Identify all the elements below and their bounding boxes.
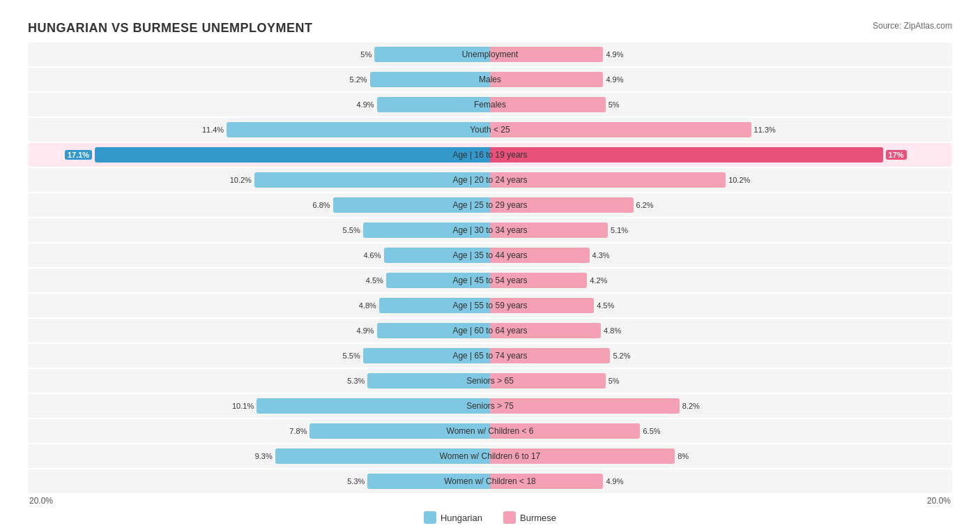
bar-blue: 10.1% [257,398,490,414]
value-left: 5.2% [350,75,367,84]
bar-right-area: 5.1% [490,218,952,242]
bar-row: 4.9% Females 5% [28,93,952,116]
value-left: 10.2% [230,176,252,184]
bar-row: 6.8% Age | 25 to 29 years 6.2% [28,193,952,217]
value-left: 4.6% [363,251,381,259]
bar-blue: 5.3% [367,373,490,389]
value-right: 11.3% [754,126,776,134]
bar-pink: 4.9% [490,72,603,87]
bar-row: 5.3% Seniors > 65 5% [28,369,952,393]
bar-row: 4.5% Age | 45 to 54 years 4.2% [28,269,952,292]
bar-row: 4.9% Age | 60 to 64 years 4.8% [28,319,952,342]
value-left: 5.5% [343,352,360,360]
bar-right-area: 10.2% [490,168,952,192]
bar-right-area: 8% [490,444,952,468]
value-right: 5.1% [611,226,628,234]
bar-blue: 17.1% [95,147,490,163]
value-left: 6.8% [313,201,330,209]
bar-left-area: 4.9% [28,319,490,342]
bar-row: 10.1% Seniors > 75 8.2% [28,394,952,418]
bar-right-area: 5.2% [490,344,952,368]
bar-pink: 17% [490,147,883,163]
bar-blue: 4.6% [384,248,490,263]
bar-right-area: 8.2% [490,394,952,418]
bar-right-area: 6.5% [490,419,952,443]
value-left: 4.8% [359,301,376,310]
value-left: 5% [360,50,372,59]
bar-left-area: 5.5% [28,344,490,368]
bar-row: 5.5% Age | 30 to 34 years 5.1% [28,218,952,242]
bar-left-area: 4.5% [28,269,490,292]
bar-left-area: 4.8% [28,294,490,317]
chart-legend: Hungarian Burmese [28,511,952,524]
bar-pink: 6.2% [490,197,634,213]
bar-blue: 5.5% [363,222,490,238]
value-right: 4.5% [597,301,614,310]
bar-left-area: 5% [28,43,490,66]
bar-pink: 5% [490,97,606,112]
value-right: 4.9% [606,50,623,59]
bar-right-area: 4.2% [490,269,952,292]
value-right: 5.2% [613,352,630,360]
bar-blue: 4.9% [377,323,490,338]
bar-pink: 5.1% [490,222,608,238]
bar-pink: 5% [490,373,606,389]
chart-source: Source: ZipAtlas.com [873,21,952,31]
bar-right-area: 4.8% [490,319,952,342]
bar-right-area: 5% [490,369,952,393]
value-left: 5.3% [347,377,365,385]
bar-right-area: 4.9% [490,43,952,66]
value-right: 8.2% [682,402,700,410]
value-left: 5.5% [343,226,360,234]
bar-right-area: 11.3% [490,118,952,142]
bar-row: 11.4% Youth < 25 11.3% [28,118,952,142]
bar-left-area: 6.8% [28,193,490,217]
bar-row: 5.2% Males 4.9% [28,68,952,91]
bar-blue: 5.2% [370,72,490,87]
value-right: 6.5% [643,427,660,435]
bar-pink: 4.9% [490,474,603,489]
bar-blue: 7.8% [309,423,490,439]
bar-left-area: 4.9% [28,93,490,116]
bar-left-area: 11.4% [28,118,490,142]
value-left: 7.8% [289,427,307,435]
value-right: 10.2% [728,176,750,184]
legend-burmese-box [503,511,516,524]
value-left: 4.9% [357,100,374,109]
bar-right-area: 6.2% [490,193,952,217]
bar-row: 10.2% Age | 20 to 24 years 10.2% [28,168,952,192]
value-right: 4.9% [606,477,623,485]
chart-container: HUNGARIAN VS BURMESE UNEMPLOYMENT Source… [14,14,966,528]
bar-blue: 4.5% [386,273,490,288]
bar-left-area: 10.2% [28,168,490,192]
bar-pink: 4.2% [490,273,587,288]
bar-pink: 6.5% [490,423,640,439]
value-left: 11.4% [202,126,224,134]
bar-left-area: 5.3% [28,469,490,493]
bar-pink: 8.2% [490,398,680,414]
bar-right-area: 17% [490,143,952,167]
legend-hungarian: Hungarian [424,511,482,524]
bar-blue: 5% [374,47,490,62]
bar-right-area: 5% [490,93,952,116]
bar-pink: 4.3% [490,248,590,263]
bar-blue: 5.3% [367,474,490,489]
value-right: 4.9% [606,75,623,84]
value-right: 6.2% [636,201,654,209]
bar-right-area: 4.3% [490,243,952,267]
bar-row: 5% Unemployment 4.9% [28,43,952,66]
value-left: 10.1% [232,402,254,410]
bar-right-area: 4.9% [490,469,952,493]
value-left: 4.5% [366,276,383,285]
bar-row: 4.6% Age | 35 to 44 years 4.3% [28,243,952,267]
value-right: 4.2% [590,276,607,285]
bar-row: 4.8% Age | 55 to 59 years 4.5% [28,294,952,317]
bar-pink: 4.5% [490,298,594,313]
value-left: 9.3% [255,452,273,460]
value-right: 4.3% [592,251,610,259]
bar-pink: 11.3% [490,122,751,137]
value-left: 4.9% [357,326,374,335]
legend-burmese-label: Burmese [520,513,556,523]
bar-pink: 8% [490,448,675,464]
chart-header: HUNGARIAN VS BURMESE UNEMPLOYMENT Source… [28,21,952,36]
